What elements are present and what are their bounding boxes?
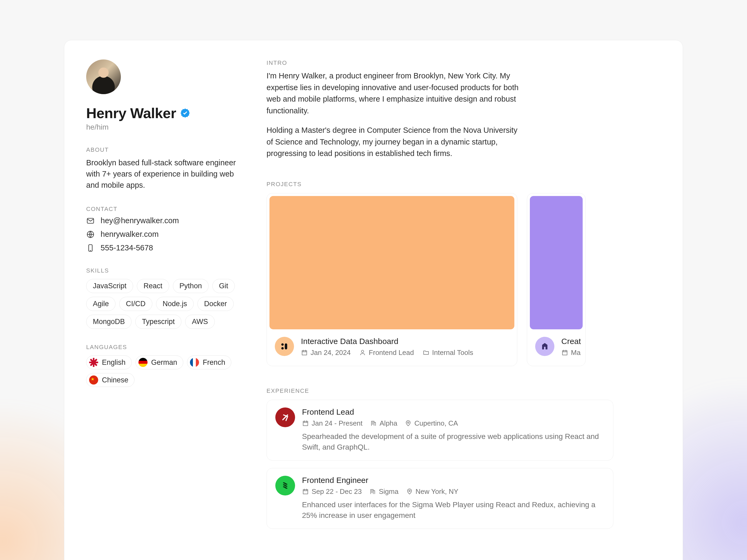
calendar-icon — [302, 420, 309, 427]
skills-label: SKILLS — [86, 267, 248, 274]
contact-label: CONTACT — [86, 206, 248, 213]
experience-meta-row: Sep 22 - Dec 23SigmaNew York, NY — [302, 487, 604, 496]
skill-chip[interactable]: Python — [173, 279, 209, 293]
calendar-icon — [561, 349, 568, 356]
experience-dates: Sep 22 - Dec 23 — [302, 487, 362, 496]
language-chip[interactable]: German — [135, 355, 184, 369]
skill-chip[interactable]: React — [137, 279, 169, 293]
skill-chip[interactable]: JavaScript — [86, 279, 133, 293]
experience-description: Enhanced user interfaces for the Sigma W… — [302, 500, 604, 521]
project-title: Creat — [561, 337, 577, 346]
language-chips: EnglishGermanFrenchChinese — [86, 355, 236, 387]
language-name: Chinese — [102, 376, 128, 384]
skill-chip[interactable]: Git — [212, 279, 235, 293]
project-card[interactable]: Interactive Data DashboardJan 24, 2024Fr… — [266, 193, 517, 366]
building-icon — [369, 488, 376, 495]
phone-icon — [86, 244, 95, 252]
experience-list: Frontend LeadJan 24 - PresentAlphaCupert… — [266, 400, 683, 529]
experience-title: Frontend Engineer — [302, 476, 604, 485]
contact-website[interactable]: henrywalker.com — [86, 230, 248, 239]
globe-icon — [86, 230, 95, 239]
main-column: INTRO I'm Henry Walker, a product engine… — [262, 40, 683, 560]
intro-paragraph-1: I'm Henry Walker, a product engineer fro… — [266, 70, 520, 116]
experience-label: EXPERIENCE — [266, 388, 683, 394]
projects-label: PROJECTS — [266, 181, 683, 188]
project-meta-row: Jan 24, 2024Frontend LeadInternal Tools — [301, 349, 509, 357]
svg-rect-6 — [285, 343, 287, 349]
company-icon — [275, 476, 295, 496]
experience-meta-row: Jan 24 - PresentAlphaCupertino, CA — [302, 419, 604, 427]
language-name: French — [203, 358, 225, 367]
skill-chip[interactable]: Docker — [198, 297, 234, 311]
experience-company: Sigma — [369, 487, 398, 496]
folder-icon — [422, 349, 430, 356]
project-date: Jan 24, 2024 — [301, 349, 351, 357]
project-category: Internal Tools — [422, 349, 473, 357]
calendar-icon — [301, 349, 308, 356]
contact-phone-text: 555-1234-5678 — [101, 243, 153, 252]
skill-chip[interactable]: Agile — [86, 297, 115, 311]
experience-title: Frontend Lead — [302, 407, 604, 417]
experience-location: New York, NY — [406, 487, 458, 496]
language-chip[interactable]: French — [187, 355, 231, 369]
experience-company: Alpha — [370, 419, 397, 427]
languages-label: LANGUAGES — [86, 344, 248, 351]
project-meta-row: Ma — [561, 349, 577, 357]
skill-chip[interactable]: AWS — [185, 315, 215, 329]
about-label: ABOUT — [86, 146, 248, 153]
project-title: Interactive Data Dashboard — [301, 337, 509, 346]
sidebar: Henry Walker he/him ABOUT Brooklyn based… — [64, 40, 262, 560]
skill-chip[interactable]: Node.js — [156, 297, 194, 311]
project-hero — [269, 196, 514, 329]
company-icon — [275, 407, 295, 427]
profile-card: Henry Walker he/him ABOUT Brooklyn based… — [64, 40, 683, 560]
language-chip[interactable]: English — [86, 355, 132, 369]
experience-location: Cupertino, CA — [405, 419, 458, 427]
pronouns: he/him — [86, 123, 248, 131]
project-role: Frontend Lead — [359, 349, 414, 357]
verified-badge-icon — [180, 108, 190, 118]
user-icon — [359, 349, 366, 356]
skill-chip[interactable]: Typescript — [135, 315, 181, 329]
project-icon — [275, 337, 294, 356]
language-name: German — [151, 358, 177, 367]
pin-icon — [406, 488, 413, 495]
contact-email-text: hey@henrywalker.com — [101, 216, 179, 225]
flag-icon — [190, 358, 199, 367]
svg-point-5 — [281, 347, 284, 349]
flag-icon — [89, 375, 98, 384]
building-icon — [370, 420, 377, 427]
projects-scroll[interactable]: Interactive Data DashboardJan 24, 2024Fr… — [266, 193, 683, 366]
calendar-icon — [302, 488, 309, 495]
intro-paragraph-2: Holding a Master's degree in Computer Sc… — [266, 125, 520, 159]
about-text: Brooklyn based full-stack software engin… — [86, 157, 248, 191]
language-chip[interactable]: Chinese — [86, 373, 134, 387]
flag-icon — [89, 358, 98, 367]
avatar[interactable] — [86, 59, 121, 94]
mail-icon — [86, 216, 95, 225]
skill-chip[interactable]: MongoDB — [86, 315, 131, 329]
skills-chips: JavaScriptReactPythonGitAgileCI/CDNode.j… — [86, 279, 236, 329]
skill-chip[interactable]: CI/CD — [119, 297, 152, 311]
contact-email[interactable]: hey@henrywalker.com — [86, 216, 248, 225]
project-hero — [530, 196, 583, 329]
contact-website-text: henrywalker.com — [101, 230, 159, 239]
contact-phone[interactable]: 555-1234-5678 — [86, 243, 248, 252]
experience-card[interactable]: Frontend LeadJan 24 - PresentAlphaCupert… — [266, 400, 613, 460]
svg-point-4 — [281, 343, 284, 346]
experience-description: Spearheaded the development of a suite o… — [302, 431, 604, 453]
profile-name: Henry Walker — [86, 105, 176, 121]
experience-dates: Jan 24 - Present — [302, 419, 363, 427]
pin-icon — [405, 420, 412, 427]
intro-label: INTRO — [266, 59, 683, 66]
project-card[interactable]: CreatMa — [527, 193, 586, 366]
flag-icon — [138, 358, 148, 367]
language-name: English — [102, 358, 126, 367]
project-icon — [535, 337, 555, 356]
experience-card[interactable]: Frontend EngineerSep 22 - Dec 23SigmaNew… — [266, 468, 613, 529]
project-date: Ma — [561, 349, 581, 357]
